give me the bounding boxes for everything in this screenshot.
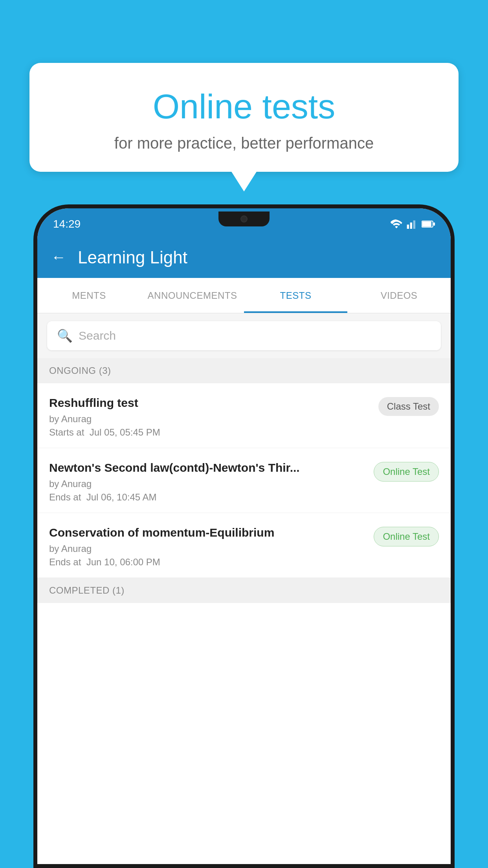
notch <box>218 211 270 226</box>
test-date-2: Ends at Jul 06, 10:45 AM <box>49 492 366 503</box>
test-title-3: Conservation of momentum-Equilibrium <box>49 525 366 540</box>
svg-rect-5 <box>433 223 435 226</box>
svg-rect-1 <box>410 223 412 229</box>
app-title: Learning Light <box>78 248 187 267</box>
badge-class-test-1: Class Test <box>378 397 439 416</box>
bubble-subtitle: for more practice, better performance <box>49 134 439 152</box>
search-input[interactable]: Search <box>79 329 116 342</box>
test-author-3: by Anurag <box>49 543 366 554</box>
tab-ments[interactable]: MENTS <box>37 278 141 313</box>
test-title-1: Reshuffling test <box>49 395 371 410</box>
test-info-1: Reshuffling test by Anurag Starts at Jul… <box>49 395 371 438</box>
search-bar[interactable]: 🔍 Search <box>47 321 441 350</box>
ongoing-section-header: ONGOING (3) <box>37 358 451 383</box>
wifi-icon <box>390 219 403 229</box>
completed-section-header: COMPLETED (1) <box>37 578 451 603</box>
tab-videos[interactable]: VIDEOS <box>347 278 451 313</box>
test-title-2: Newton's Second law(contd)-Newton's Thir… <box>49 460 366 475</box>
search-container: 🔍 Search <box>37 313 451 358</box>
test-item-conservation[interactable]: Conservation of momentum-Equilibrium by … <box>37 513 451 578</box>
front-camera <box>240 215 248 223</box>
svg-rect-4 <box>422 221 431 226</box>
status-time: 14:29 <box>53 218 81 230</box>
bubble-title: Online tests <box>49 86 439 127</box>
test-date-3: Ends at Jun 10, 06:00 PM <box>49 557 366 568</box>
test-list: Reshuffling test by Anurag Starts at Jul… <box>37 383 451 864</box>
app-bar: ← Learning Light <box>37 237 451 278</box>
test-author-2: by Anurag <box>49 478 366 489</box>
tab-bar: MENTS ANNOUNCEMENTS TESTS VIDEOS <box>37 278 451 313</box>
signal-icon <box>407 219 418 229</box>
test-item-newtons[interactable]: Newton's Second law(contd)-Newton's Thir… <box>37 448 451 513</box>
test-item-reshuffling[interactable]: Reshuffling test by Anurag Starts at Jul… <box>37 383 451 448</box>
test-author-1: by Anurag <box>49 414 371 425</box>
battery-icon <box>422 220 435 228</box>
svg-rect-0 <box>407 224 409 229</box>
badge-online-test-3: Online Test <box>374 527 439 546</box>
test-info-2: Newton's Second law(contd)-Newton's Thir… <box>49 460 366 503</box>
search-icon: 🔍 <box>57 328 73 343</box>
phone-screen: 14:29 <box>37 208 451 864</box>
status-icons <box>390 219 435 229</box>
speech-bubble: Online tests for more practice, better p… <box>29 63 459 172</box>
phone-frame: 14:29 <box>33 204 455 868</box>
test-date-1: Starts at Jul 05, 05:45 PM <box>49 427 371 438</box>
badge-online-test-2: Online Test <box>374 462 439 482</box>
test-info-3: Conservation of momentum-Equilibrium by … <box>49 525 366 568</box>
back-button[interactable]: ← <box>51 249 66 266</box>
tab-tests[interactable]: TESTS <box>244 278 347 313</box>
tab-announcements[interactable]: ANNOUNCEMENTS <box>141 278 244 313</box>
svg-rect-2 <box>413 220 415 228</box>
